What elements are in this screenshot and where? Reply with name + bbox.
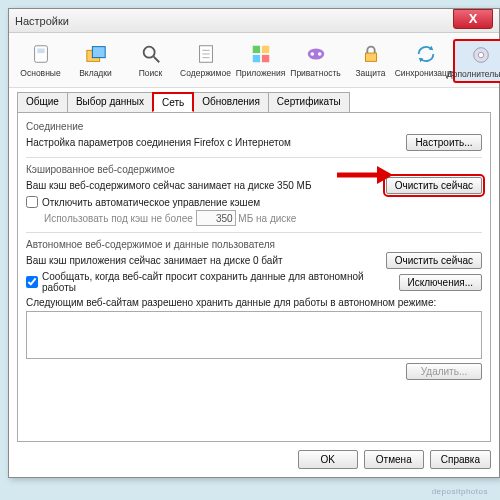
svg-rect-11 [261,46,268,53]
gear-icon [469,43,493,67]
mask-icon [304,42,328,66]
exceptions-button[interactable]: Исключения... [399,274,482,291]
remove-site-button[interactable]: Удалить... [406,363,482,380]
apps-icon [249,42,273,66]
svg-rect-1 [37,49,44,54]
cat-sync[interactable]: Синхронизация [398,39,453,83]
cat-applications[interactable]: Приложения [233,39,288,83]
cancel-button[interactable]: Отмена [364,450,424,469]
cache-limit-input[interactable] [196,210,236,226]
cache-limit-prefix: Использовать под кэш не более [44,213,193,224]
svg-point-16 [317,52,321,56]
cache-desc: Ваш кэш веб-содержимого сейчас занимает … [26,180,386,191]
tab-network[interactable]: Сеть [152,92,194,112]
tab-updates[interactable]: Обновления [193,92,269,112]
clear-cache-button[interactable]: Очистить сейчас [386,177,482,194]
document-icon [194,42,218,66]
svg-rect-13 [261,55,268,62]
notify-offline-label: Сообщать, когда веб-сайт просит сохранит… [42,271,399,293]
network-pane: Соединение Настройка параметров соединен… [17,112,491,442]
cat-general[interactable]: Основные [13,39,68,83]
offline-sites-label: Следующим веб-сайтам разрешено хранить д… [26,297,482,308]
svg-point-21 [478,52,484,58]
help-button[interactable]: Справка [430,450,491,469]
clear-offline-button[interactable]: Очистить сейчас [386,252,482,269]
notify-offline-checkbox[interactable] [26,276,38,288]
override-cache-checkbox[interactable] [26,196,38,208]
watermark: depositphotos [432,487,488,496]
svg-rect-0 [34,46,47,63]
cat-tabs[interactable]: Вкладки [68,39,123,83]
connection-settings-button[interactable]: Настроить... [406,134,482,151]
titlebar: Настройки X [9,9,499,33]
ok-button[interactable]: OK [298,450,358,469]
tab-general[interactable]: Общие [17,92,68,112]
svg-line-5 [153,57,159,63]
svg-point-14 [307,49,324,60]
cache-heading: Кэшированное веб-содержимое [26,164,482,175]
tabs-icon [84,42,108,66]
cache-limit-suffix: МБ на диске [238,213,296,224]
search-icon [139,42,163,66]
offline-sites-list[interactable] [26,311,482,359]
subtabs: Общие Выбор данных Сеть Обновления Серти… [9,88,499,112]
connection-heading: Соединение [26,121,482,132]
svg-point-4 [143,47,154,58]
cat-search[interactable]: Поиск [123,39,178,83]
offline-heading: Автономное веб-содержимое и данные польз… [26,239,482,250]
cat-security[interactable]: Защита [343,39,398,83]
category-toolbar: Основные Вкладки Поиск Содержимое Прилож… [9,33,499,88]
override-cache-label: Отключить автоматическое управление кэше… [42,197,260,208]
settings-window: Настройки X Основные Вкладки Поиск Содер… [8,8,500,478]
cat-advanced[interactable]: Дополнительные [453,39,500,83]
tab-data-choices[interactable]: Выбор данных [67,92,153,112]
cat-content[interactable]: Содержимое [178,39,233,83]
dialog-footer: OK Отмена Справка [298,450,491,469]
close-button[interactable]: X [453,9,493,29]
svg-rect-12 [252,55,259,62]
switch-icon [29,42,53,66]
sync-icon [414,42,438,66]
offline-desc: Ваш кэш приложения сейчас занимает на ди… [26,255,386,266]
svg-rect-10 [252,46,259,53]
window-title: Настройки [15,15,69,27]
connection-desc: Настройка параметров соединения Firefox … [26,137,406,148]
svg-point-15 [310,52,314,56]
svg-rect-17 [365,53,376,61]
svg-rect-3 [92,47,105,58]
lock-icon [359,42,383,66]
tab-certificates[interactable]: Сертификаты [268,92,350,112]
cat-privacy[interactable]: Приватность [288,39,343,83]
